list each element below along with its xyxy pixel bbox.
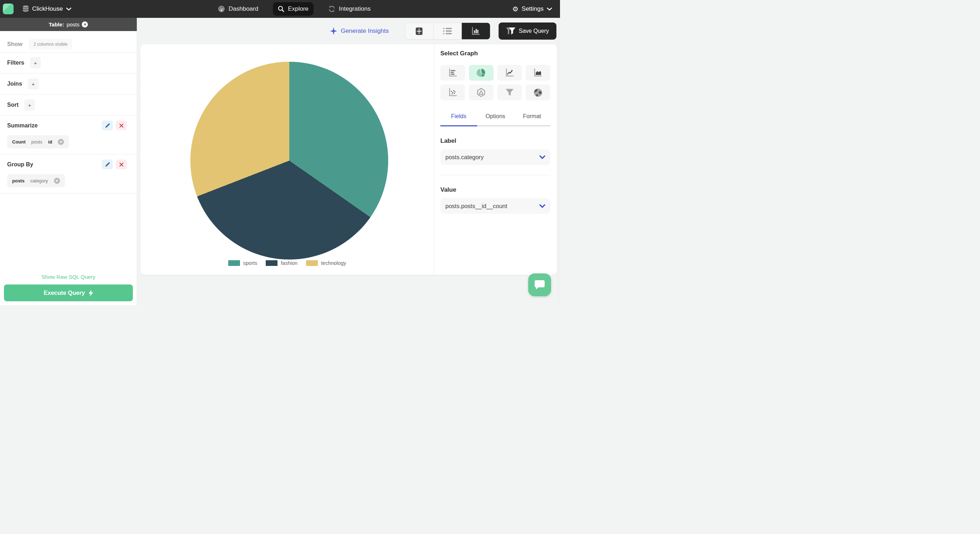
chart-area: sports fashion technology bbox=[140, 44, 434, 275]
add-join-button[interactable]: + bbox=[28, 78, 38, 90]
funnel-icon bbox=[506, 27, 515, 35]
legend-item[interactable]: fashion bbox=[266, 260, 298, 266]
nav-item-label: Dashboard bbox=[229, 5, 258, 13]
save-query-label: Save Query bbox=[519, 28, 549, 34]
area-chart-icon bbox=[534, 68, 542, 77]
graph-type-radar-button[interactable] bbox=[469, 84, 493, 100]
graph-type-area-button[interactable] bbox=[526, 65, 550, 81]
horizontal-bar-chart-icon bbox=[449, 68, 457, 77]
graph-type-line-button[interactable] bbox=[497, 65, 522, 81]
graph-type-bar-button[interactable] bbox=[441, 65, 465, 81]
filters-section: Filters + bbox=[0, 52, 137, 73]
select-graph-title: Select Graph bbox=[441, 50, 550, 57]
chevron-down-icon bbox=[539, 155, 546, 159]
gear-icon: ⚙ bbox=[512, 6, 519, 13]
graph-type-grid bbox=[441, 65, 550, 100]
pie-chart[interactable] bbox=[190, 62, 388, 259]
page-scrollbar[interactable] bbox=[557, 18, 560, 305]
settings-menu[interactable]: ⚙ Settings bbox=[512, 0, 552, 18]
nav-item-label: Explore bbox=[288, 5, 309, 13]
sort-label: Sort bbox=[7, 102, 19, 108]
nav-item-label: Integrations bbox=[339, 5, 371, 13]
chevron-down-icon bbox=[539, 204, 546, 208]
generate-insights-label: Generate Insights bbox=[341, 27, 388, 35]
chat-widget-button[interactable] bbox=[528, 273, 551, 296]
database-selector[interactable]: ClickHouse bbox=[22, 0, 72, 18]
group-by-label: Group By bbox=[7, 161, 102, 168]
value-field-dropdown[interactable]: posts.posts__id__count bbox=[441, 198, 550, 214]
group-by-field-chip[interactable]: posts category ✕ bbox=[7, 174, 65, 188]
value-field-heading: Value bbox=[441, 186, 550, 194]
view-mode-toggle bbox=[405, 22, 490, 40]
column-ref: category bbox=[30, 178, 48, 183]
scatter-plot-icon bbox=[449, 88, 457, 97]
filters-label: Filters bbox=[7, 60, 24, 66]
remove-group-by-chip-button[interactable]: ✕ bbox=[54, 178, 60, 184]
add-sort-button[interactable]: + bbox=[24, 99, 35, 111]
query-builder-sidebar: Table: posts ✕ Show 2 columns visible Fi… bbox=[0, 18, 137, 305]
show-raw-sql-link[interactable]: Show Raw SQL Query bbox=[0, 274, 137, 280]
summarize-section: Summarize Count posts id ✕ bbox=[0, 116, 137, 154]
graph-type-map-button[interactable] bbox=[526, 84, 550, 100]
legend-label: sports bbox=[243, 260, 258, 266]
graph-type-pie-button[interactable] bbox=[469, 65, 493, 81]
table-name: posts bbox=[67, 21, 80, 27]
view-mode-list-button[interactable] bbox=[434, 23, 462, 39]
legend-swatch-fashion bbox=[266, 260, 277, 266]
nav-item-explore[interactable]: Explore bbox=[273, 2, 313, 16]
graph-type-funnel-button[interactable] bbox=[497, 84, 522, 100]
bar-chart-view-icon bbox=[471, 27, 480, 35]
table-ref: posts bbox=[12, 178, 25, 183]
chevron-down-icon bbox=[66, 8, 72, 11]
table-view-icon bbox=[415, 27, 423, 35]
gauge-icon bbox=[218, 5, 225, 13]
label-field-dropdown[interactable]: posts.category bbox=[441, 149, 550, 165]
table-header: Table: posts ✕ bbox=[0, 18, 137, 31]
label-field-heading: Label bbox=[441, 137, 550, 145]
fields-divider bbox=[441, 175, 550, 175]
group-by-section: Group By posts category ✕ bbox=[0, 154, 137, 194]
execute-query-button[interactable]: Execute Query bbox=[4, 284, 133, 301]
nav-item-dashboard[interactable]: Dashboard bbox=[213, 2, 263, 16]
view-mode-table-button[interactable] bbox=[406, 23, 434, 39]
nav-item-integrations[interactable]: Integrations bbox=[323, 2, 376, 16]
app-logo[interactable] bbox=[3, 3, 14, 14]
table-ref: posts bbox=[32, 139, 43, 145]
funnel-chart-icon bbox=[505, 89, 514, 96]
chevron-down-icon bbox=[547, 8, 552, 11]
summarize-field-chip[interactable]: Count posts id ✕ bbox=[7, 135, 69, 148]
remove-table-button[interactable]: ✕ bbox=[82, 21, 88, 27]
add-filter-button[interactable]: + bbox=[30, 57, 41, 68]
sync-icon bbox=[328, 5, 336, 13]
column-ref: id bbox=[48, 139, 52, 145]
settings-label: Settings bbox=[522, 5, 544, 13]
edit-group-by-button[interactable] bbox=[102, 160, 113, 169]
generate-insights-button[interactable]: Generate Insights bbox=[329, 27, 388, 35]
columns-visible-chip[interactable]: 2 columns visible bbox=[29, 39, 72, 49]
legend-item[interactable]: sports bbox=[228, 260, 258, 266]
radar-chart-icon bbox=[476, 88, 486, 97]
graph-settings-tabs: Fields Options Format bbox=[441, 113, 550, 125]
save-query-button[interactable]: Save Query bbox=[499, 22, 557, 40]
tab-format[interactable]: Format bbox=[514, 113, 550, 125]
database-icon bbox=[22, 5, 29, 13]
value-field-value: posts.posts__id__count bbox=[445, 203, 539, 210]
edit-summarize-button[interactable] bbox=[102, 121, 113, 130]
graph-type-scatter-button[interactable] bbox=[441, 84, 465, 100]
tab-fields[interactable]: Fields bbox=[441, 113, 477, 125]
graph-settings-panel: Select Graph bbox=[441, 44, 550, 275]
tab-options[interactable]: Options bbox=[477, 113, 514, 125]
legend-swatch-sports bbox=[228, 260, 240, 266]
delete-summarize-button[interactable] bbox=[116, 121, 127, 130]
legend-label: technology bbox=[321, 260, 346, 266]
legend-item[interactable]: technology bbox=[306, 260, 346, 266]
database-label: ClickHouse bbox=[32, 5, 63, 13]
delete-group-by-button[interactable] bbox=[116, 160, 127, 169]
view-mode-chart-button[interactable] bbox=[462, 23, 490, 39]
results-toolbar: Generate Insights Save Query bbox=[137, 22, 557, 40]
table-header-prefix: Table: bbox=[49, 21, 64, 27]
remove-summarize-chip-button[interactable]: ✕ bbox=[58, 139, 64, 145]
chart-legend: sports fashion technology bbox=[140, 260, 434, 266]
label-field-value: posts.category bbox=[445, 154, 539, 161]
execute-query-label: Execute Query bbox=[44, 289, 85, 296]
